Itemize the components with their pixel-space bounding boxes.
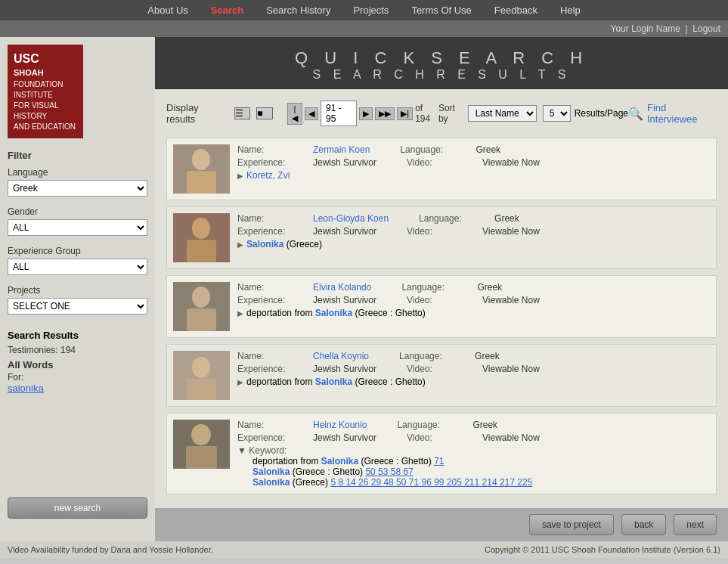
find-interviewee[interactable]: 🔍 Find Interviewee: [628, 102, 717, 125]
content-area: Q U I C K S E A R C H S E A R C H R E S …: [155, 37, 728, 541]
person-thumb-5: [173, 420, 230, 469]
logout-link[interactable]: Logout: [692, 23, 720, 34]
nav-search-history[interactable]: Search History: [266, 5, 330, 16]
top-nav: About Us Search Search History Projects …: [0, 0, 728, 20]
main-wrapper: USC SHOAH FOUNDATION INSTITUTE FOR VISUA…: [0, 37, 728, 541]
result-name-link[interactable]: Chella Koynio: [313, 351, 369, 361]
projects-select[interactable]: SELECT ONE: [8, 298, 147, 315]
next-button[interactable]: next: [674, 514, 717, 535]
video-value: Viewable Now: [482, 226, 540, 237]
sidebar-buttons: new search: [8, 497, 147, 519]
video-label: Video:: [407, 226, 467, 237]
nav-projects[interactable]: Projects: [353, 5, 389, 16]
lang-label: Language:: [397, 420, 457, 430]
find-interviewee-label: Find Interviewee: [647, 102, 717, 125]
nav-about[interactable]: About Us: [147, 5, 187, 16]
keyword-line: ▶ Salonika (Greece): [237, 239, 710, 249]
gender-label: Gender: [8, 206, 147, 217]
svg-point-1: [192, 149, 210, 170]
kw2-pages[interactable]: 50 53 58 67: [365, 466, 413, 477]
keyword-content: Salonika (Greece): [246, 239, 322, 249]
nav-terms[interactable]: Terms Of Use: [411, 5, 471, 16]
svg-point-4: [192, 218, 210, 239]
page-range: 91 - 95: [321, 101, 357, 126]
exp-value: Jewish Survivor: [313, 364, 376, 374]
experience-select[interactable]: ALL: [8, 259, 147, 275]
testimonies-count: Testimonies: 194: [8, 345, 147, 355]
results-per-page: 5 Results/Page: [543, 105, 628, 122]
person-thumb-3: [173, 282, 230, 331]
new-search-button[interactable]: new search: [8, 497, 147, 519]
video-label: Video:: [407, 157, 467, 168]
language-label: Language: [8, 167, 147, 178]
all-words-label: All Words: [8, 359, 147, 370]
sort-section: Sort by Last Name 5 Results/Page: [438, 103, 628, 124]
grid-view-icon[interactable]: ■: [256, 107, 272, 119]
lang-value: Greek: [477, 282, 502, 293]
language-select[interactable]: Greek: [8, 180, 147, 197]
video-value: Viewable Now: [482, 295, 540, 305]
result-name-link[interactable]: Heinz Kounio: [313, 420, 367, 430]
svg-point-10: [192, 357, 210, 378]
expand-icon: ▶: [237, 309, 243, 318]
related-name-link[interactable]: Koretz, Zvi: [246, 170, 290, 181]
display-bar: Display results ☰ ■ |◀ ◀ 91 - 95 ▶ ▶▶ ▶|…: [166, 97, 717, 130]
svg-rect-5: [187, 240, 216, 262]
nav-help[interactable]: Help: [560, 5, 581, 16]
result-thumbnail: [173, 213, 230, 262]
video-label: Video:: [407, 432, 467, 443]
exp-value: Jewish Survivor: [313, 157, 376, 168]
video-value: Viewable Now: [482, 432, 540, 443]
last-page-btn[interactable]: ▶|: [397, 107, 413, 120]
kw-line-1: deportation from Salonika (Greece : Ghet…: [252, 456, 710, 466]
rpp-select[interactable]: 5: [543, 105, 571, 122]
footer-right: Copyright © 2011 USC Shoah Foundation In…: [485, 545, 720, 554]
kw1-pages[interactable]: 71: [434, 456, 444, 466]
video-value: Viewable Now: [482, 364, 540, 374]
result-name-link[interactable]: Elvira Kolando: [313, 282, 371, 293]
nav-controls: |◀ ◀ 91 - 95 ▶ ▶▶ ▶| of 194: [287, 101, 438, 126]
sort-select[interactable]: Last Name: [468, 105, 537, 122]
search-results-subtitle: S E A R C H R E S U L T S: [170, 68, 713, 82]
kw3-pages[interactable]: 5 8 14 26 29 48 50 71 96 99 205 211 214 …: [330, 477, 532, 488]
keyword-content: deportation from Salonika (Greece : Ghet…: [246, 308, 426, 318]
result-name-link[interactable]: Zermain Koen: [313, 144, 370, 155]
exp-label: Experience:: [237, 226, 298, 237]
person-thumb-2: [173, 213, 230, 262]
result-info: Name: Leon-Gioyda Koen Language: Greek E…: [237, 213, 710, 262]
next-next-btn[interactable]: ▶▶: [375, 107, 395, 120]
result-thumbnail: [173, 144, 230, 194]
action-bar: save to project back next: [155, 508, 728, 541]
video-label: Video:: [407, 295, 467, 305]
filter-title: Filter: [8, 150, 147, 161]
result-row: Name: Zermain Koen Language: Greek Exper…: [166, 138, 717, 200]
quick-search-title: Q U I C K S E A R C H: [170, 48, 713, 68]
lang-value: Greek: [475, 351, 500, 361]
result-name-line: Name: Leon-Gioyda Koen Language: Greek: [237, 213, 710, 224]
exp-value: Jewish Survivor: [313, 295, 376, 305]
nav-feedback[interactable]: Feedback: [494, 5, 537, 16]
exp-value: Jewish Survivor: [313, 432, 376, 443]
svg-point-7: [192, 287, 210, 308]
back-button[interactable]: back: [621, 514, 666, 535]
result-info: Name: Heinz Kounio Language: Greek Exper…: [237, 420, 710, 488]
search-term: salonika: [8, 383, 147, 394]
result-exp-line: Experience: Jewish Survivor Video: Viewa…: [237, 295, 710, 305]
svg-rect-8: [187, 308, 216, 331]
result-thumbnail: [173, 420, 230, 469]
nav-search[interactable]: Search: [211, 5, 243, 16]
save-to-project-button[interactable]: save to project: [529, 514, 614, 535]
result-name-line: Name: Heinz Kounio Language: Greek: [237, 420, 710, 430]
result-row: Name: Elvira Kolando Language: Greek Exp…: [166, 275, 717, 338]
gender-select[interactable]: ALL: [8, 219, 147, 236]
next-page-btn[interactable]: ▶: [359, 107, 373, 120]
keyword-section: ▼ Keyword:: [237, 445, 710, 456]
first-page-btn[interactable]: |◀: [287, 103, 302, 125]
result-exp-line: Experience: Jewish Survivor Video: Viewa…: [237, 157, 710, 168]
result-name-link[interactable]: Leon-Gioyda Koen: [313, 213, 389, 224]
for-label: For:: [8, 372, 147, 383]
results-area: Display results ☰ ■ |◀ ◀ 91 - 95 ▶ ▶▶ ▶|…: [155, 89, 728, 508]
prev-page-btn[interactable]: ◀: [305, 107, 318, 120]
list-view-icon[interactable]: ☰: [234, 107, 250, 119]
video-value: Viewable Now: [482, 157, 540, 168]
